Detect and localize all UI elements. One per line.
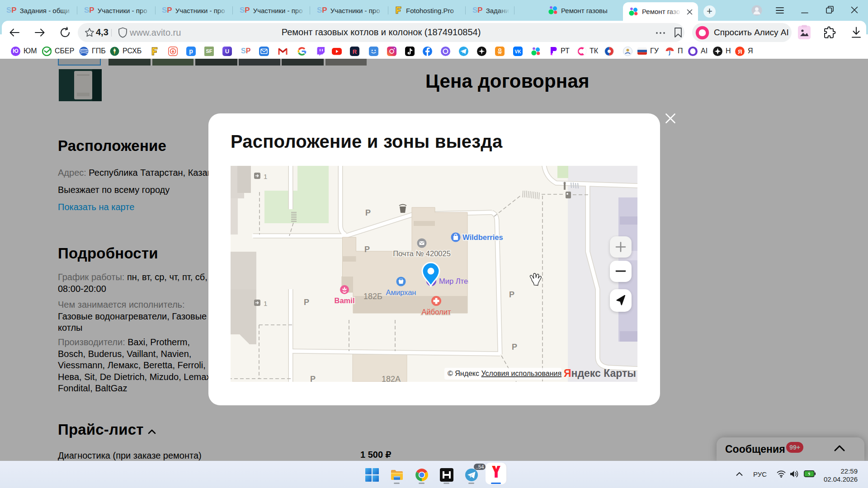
svg-text:182Б: 182Б: [363, 292, 382, 301]
svg-text:Айболит: Айболит: [422, 308, 451, 316]
svg-text:Я: Я: [738, 48, 742, 55]
svg-text:Bamil: Bamil: [335, 296, 355, 305]
svg-text:182А: 182А: [382, 375, 401, 382]
svg-text:VK: VK: [515, 49, 522, 54]
svg-text:Амирхан: Амирхан: [386, 288, 416, 296]
svg-text:P: P: [304, 298, 309, 307]
svg-text:P: P: [364, 245, 370, 254]
svg-text:P: P: [509, 290, 514, 299]
svg-text:P: P: [512, 343, 517, 352]
svg-text:P: P: [310, 375, 316, 382]
svg-text:© Яндекс Условия использования: © Яндекс Условия использования: [448, 370, 561, 377]
svg-text:Почта № 420025: Почта № 420025: [393, 249, 451, 258]
svg-text:1: 1: [264, 300, 267, 307]
svg-text:1: 1: [264, 173, 267, 180]
svg-text:P: P: [365, 208, 371, 217]
svg-text:Яндекс Карты: Яндекс Карты: [564, 367, 636, 379]
svg-text:R: R: [353, 48, 357, 55]
svg-text:Wildberries: Wildberries: [462, 233, 503, 241]
svg-text:Мир Лте: Мир Лте: [439, 277, 468, 285]
